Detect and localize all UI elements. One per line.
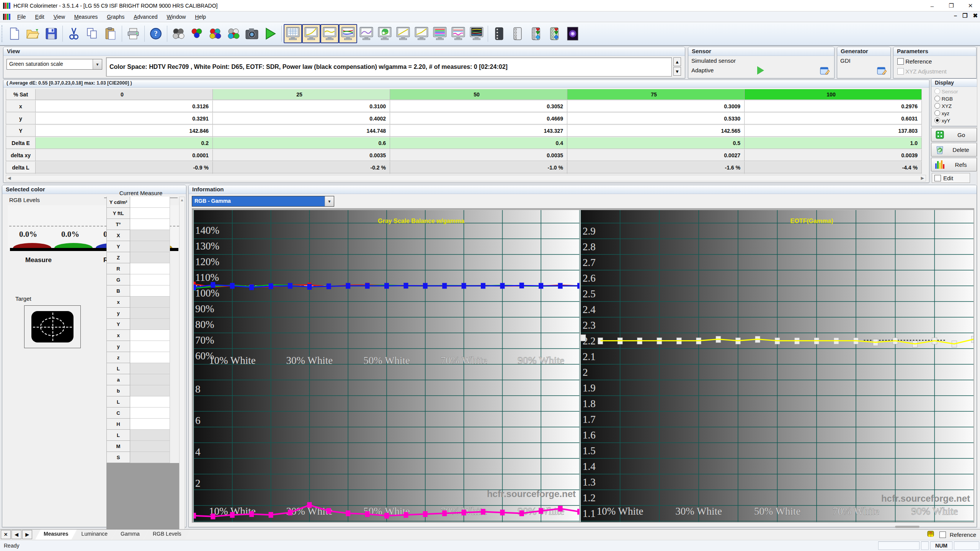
table-cell[interactable]: 0.0027 [567,150,745,162]
film-dark-icon[interactable] [490,24,508,43]
tab-luminance[interactable]: Luminance [73,530,116,540]
view-rgb-levels-icon[interactable] [339,24,357,43]
cm-row-value[interactable] [130,285,170,297]
table-cell[interactable]: -1.6 % [567,162,745,174]
color-checker-measure-icon[interactable] [224,24,243,43]
scroll-right-icon[interactable]: ▶ [921,176,924,181]
cm-row-value[interactable] [130,241,170,252]
table-cell[interactable]: 0.0035 [213,150,390,162]
view-mode-select[interactable]: Green saturation scale ▼ [7,59,102,70]
tab-close-icon[interactable]: ✕ [1,530,11,539]
display-option-xyz[interactable]: xyz [934,110,974,117]
view-combined-icon[interactable] [467,24,486,43]
run-measure-icon[interactable] [261,24,279,43]
sensor-start-icon[interactable] [757,66,764,75]
table-cell[interactable]: 0.0035 [390,150,567,162]
view-luminance-hist-icon[interactable] [394,24,412,43]
save-file-icon[interactable] [42,24,60,43]
menu-graphs[interactable]: Graphs [102,12,129,21]
menu-advanced[interactable]: Advanced [129,12,162,21]
cm-row-value[interactable] [130,197,170,208]
display-option-xyz[interactable]: XYZ [934,103,974,110]
tab-rgb-levels[interactable]: RGB Levels [144,530,190,540]
scroll-left-icon[interactable]: ◀ [8,176,11,181]
view-luminance-icon[interactable] [302,24,320,43]
radio-icon[interactable] [934,103,940,109]
table-cell[interactable]: 0.6 [213,137,390,150]
table-cell[interactable]: -0.2 % [213,162,390,174]
go-button[interactable]: Go [931,128,977,142]
cm-row-value[interactable] [130,297,170,308]
column-header-50[interactable]: 50 [390,89,567,101]
cm-row-value[interactable] [130,274,170,285]
table-cell[interactable]: 143.327 [390,125,567,137]
delete-button[interactable]: Delete [931,143,977,156]
refs-button[interactable]: Refs [931,158,977,171]
view-gamma-icon[interactable] [320,24,339,43]
cm-row-value[interactable] [130,374,170,385]
help-icon[interactable]: ? [147,24,165,43]
cut-icon[interactable] [65,24,83,43]
table-horizontal-scrollbar[interactable]: ◀ ▶ [6,175,926,181]
menu-file[interactable]: File [13,12,31,21]
spinner-down-icon[interactable]: ▼ [673,67,681,76]
tab-measures[interactable]: Measures [35,530,77,540]
table-cell[interactable]: 137.803 [745,125,922,137]
view-measures-grid-icon[interactable] [284,24,302,43]
film-color-icon[interactable] [527,24,545,43]
menu-window[interactable]: Window [162,12,191,21]
cm-row-value[interactable] [130,341,170,352]
display-option-rgb[interactable]: RGB [934,95,974,103]
cm-row-value[interactable] [130,452,170,463]
table-cell[interactable]: 142.565 [567,125,745,137]
current-measure-scrollbar[interactable]: ▲ ▼ [179,197,185,551]
table-cell[interactable]: 0.5 [567,137,745,150]
table-cell[interactable]: 0.2 [36,137,213,150]
radio-icon[interactable] [934,117,940,123]
secondaries-measure-icon[interactable] [206,24,224,43]
table-cell[interactable]: 0.0001 [36,150,213,162]
open-file-icon[interactable] [24,24,42,43]
table-cell[interactable]: 0.3100 [213,101,390,113]
copy-icon[interactable] [83,24,101,43]
table-cell[interactable]: 0.5330 [567,113,745,125]
spinner-up-icon[interactable]: ▲ [673,57,681,66]
table-cell[interactable]: 0.0039 [745,150,922,162]
table-cell[interactable]: -0.9 % [36,162,213,174]
radio-icon[interactable] [934,110,940,116]
gray-scale-measure-icon[interactable] [169,24,188,43]
column-header-0[interactable]: 0 [36,89,213,101]
display-option-xyy[interactable]: xyY [934,117,974,124]
view-gamma-hist-icon[interactable] [412,24,431,43]
radio-icon[interactable] [934,96,940,101]
table-cell[interactable]: 0.4669 [390,113,567,125]
view-near-black-icon[interactable] [449,24,467,43]
table-cell[interactable]: -1.0 % [390,162,567,174]
column-header-75[interactable]: 75 [567,89,745,101]
cm-row-value[interactable] [130,219,170,230]
table-cell[interactable]: 0.4002 [213,113,390,125]
menu-view[interactable]: View [49,12,70,21]
table-cell[interactable]: 0.3009 [567,101,745,113]
chevron-down-icon[interactable]: ▼ [325,196,334,206]
view-free-graph-icon[interactable] [357,24,376,43]
cm-row-value[interactable] [130,363,170,374]
column-header-25[interactable]: 25 [213,89,390,101]
table-cell[interactable]: 0.6031 [745,113,922,125]
cm-row-value[interactable] [130,352,170,363]
view-color-temp-icon[interactable] [431,24,449,43]
cm-row-value[interactable] [130,330,170,341]
menu-measures[interactable]: Measures [70,12,102,21]
full-screen-pattern-icon[interactable] [564,24,582,43]
table-cell[interactable]: 1.0 [745,137,922,150]
statusbar-reference-checkbox[interactable] [939,531,946,538]
snapshot-icon[interactable] [243,24,261,43]
menu-edit[interactable]: Edit [31,12,49,21]
mdi-restore-icon[interactable]: ❐ [962,12,967,19]
cm-row-value[interactable] [130,208,170,219]
cm-row-value[interactable] [130,308,170,319]
column-header-100[interactable]: 100 [745,89,922,101]
tab-next-icon[interactable]: ▶ [22,530,32,539]
cm-row-value[interactable] [130,408,170,419]
window-horizontal-scrollbar[interactable] [895,526,920,528]
